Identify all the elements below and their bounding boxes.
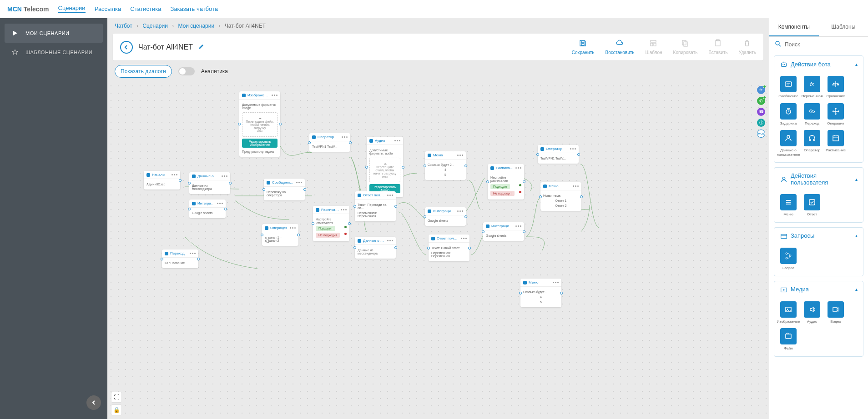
svg-marker-1 <box>12 50 18 55</box>
menu-option[interactable]: 4 <box>523 294 559 299</box>
node-start[interactable]: Начало Админ/Юзер <box>144 171 180 190</box>
component-image[interactable]: Изображение <box>779 301 798 324</box>
component-label: Сравнение <box>826 94 845 99</box>
node-goto[interactable]: Переход ID / Название <box>162 249 198 268</box>
nav-scenarios[interactable]: Сценарии <box>58 5 86 13</box>
node-menu[interactable]: Меню Сколько будет 2... 4 5 <box>425 151 466 180</box>
component-calendar[interactable]: Расписание <box>826 130 845 157</box>
component-list: Действия бота▴СообщениеfxПеременнаяСравн… <box>769 52 868 419</box>
component-headset[interactable]: Оператор <box>802 130 822 157</box>
collapse-sidebar-button[interactable] <box>86 395 101 410</box>
sidebar-item-template-scenarios[interactable]: ШАБЛОННЫЕ СЦЕНАРИИ <box>5 43 103 62</box>
flow-canvas[interactable]: Изображение Допустимые форматы: Image ☁ … <box>107 82 769 419</box>
upload-area[interactable]: ☁ Перетащите файл, чтобы начать загрузку… <box>369 158 400 182</box>
component-link[interactable]: Переход <box>802 103 822 126</box>
node-audio[interactable]: Аудио Допустимые форматы: audio ☁ Перета… <box>367 137 403 197</box>
component-label: Расписание <box>826 148 846 153</box>
info-status-icon[interactable]: ⓘ <box>757 119 765 127</box>
lock-button[interactable]: 🔒 <box>111 404 122 415</box>
component-answer[interactable]: Ответ <box>802 194 822 217</box>
group-header[interactable]: Медиа▴ <box>774 281 863 298</box>
node-answer[interactable]: Ответ пользова... Текст: Переведи на оп.… <box>355 191 396 221</box>
node-text: Переменная: Переменная... <box>431 250 467 259</box>
node-userdata[interactable]: Данные о пользова... Данные из мессендже… <box>189 172 230 194</box>
user-icon <box>780 175 787 183</box>
node-text: Перевожу на оператора <box>267 190 302 198</box>
menu-option[interactable]: 5 <box>428 172 463 177</box>
component-msg[interactable]: Сообщение <box>779 76 798 99</box>
nav-order-bot[interactable]: Заказать чатбота <box>171 5 218 12</box>
component-file[interactable]: Файл <box>779 328 798 351</box>
node-answer2[interactable]: Ответ пользова... Текст: Новый ответ Пер… <box>429 234 469 261</box>
component-scale[interactable]: Сравнение <box>826 76 845 99</box>
component-audio[interactable]: Аудио <box>802 301 822 324</box>
nav-mailing[interactable]: Рассылка <box>95 5 121 12</box>
nav-stats[interactable]: Статистика <box>130 5 161 12</box>
breadcrumb-scenarios[interactable]: Сценарии <box>142 23 167 29</box>
viber-status-icon[interactable]: ☎ <box>757 108 765 116</box>
group-items: Запрос <box>774 244 863 276</box>
show-dialogs-button[interactable]: Показать диалоги <box>115 65 172 78</box>
component-label: Файл <box>784 346 793 351</box>
search-input[interactable] <box>785 41 863 48</box>
node-integration2[interactable]: Интеграция с G... Google sheets <box>425 207 466 226</box>
menu-option[interactable]: Ответ 1 <box>543 198 579 203</box>
msg-icon <box>780 76 797 92</box>
component-label: Аудио <box>807 319 818 324</box>
group-header[interactable]: Действия пользователя▴ <box>774 168 863 190</box>
menu-option[interactable]: 5 <box>523 299 559 304</box>
node-title: Меню <box>529 280 551 284</box>
node-userdata2[interactable]: Данные о пользова... Данные из мессендже… <box>355 237 396 259</box>
node-schedule2[interactable]: Расписание Настройте расписание Подходит… <box>488 164 524 200</box>
svg-rect-4 <box>654 43 656 46</box>
breadcrumb-chatbot[interactable]: Чатбот <box>115 23 132 29</box>
group-header[interactable]: Запросы▴ <box>774 228 863 244</box>
analytics-label: Аналитика <box>201 68 228 75</box>
component-group: Действия бота▴СообщениеfxПеременнаяСравн… <box>774 55 863 163</box>
node-menu2[interactable]: Меню Новая тема Ответ 1 Ответ 2 <box>540 182 581 211</box>
restore-button[interactable]: Восстановить <box>605 39 634 55</box>
component-userdata[interactable]: Данные о пользователе <box>779 130 798 157</box>
node-image[interactable]: Изображение Допустимые форматы: Image ☁ … <box>239 91 280 157</box>
back-button[interactable] <box>120 41 133 54</box>
component-move[interactable]: Операция <box>826 103 845 126</box>
edit-title-button[interactable] <box>198 43 205 51</box>
node-text: Текст: Переведи на оп... <box>358 202 393 210</box>
group-header[interactable]: Действия бота▴ <box>774 56 863 72</box>
analytics-toggle[interactable] <box>178 67 195 75</box>
menu-option[interactable]: 4 <box>428 167 463 172</box>
whatsapp-status-icon[interactable]: ✆ <box>757 97 765 105</box>
mcn-status-icon[interactable]: MCN <box>757 130 765 138</box>
node-message-bot[interactable]: Сообщение бот... Перевожу на оператора <box>264 179 305 200</box>
breadcrumb: Чатбот › Сценарии › Мои сценарии › Чат-б… <box>107 18 769 34</box>
component-video[interactable]: Видео <box>826 301 845 324</box>
node-text: Перетащите файл, чтобы начать загрузку <box>244 120 275 130</box>
sidebar-item-my-scenarios[interactable]: МОИ СЦЕНАРИИ <box>5 24 103 43</box>
node-operator[interactable]: Оператор TestVPN1 TestV... <box>309 133 350 152</box>
node-text: TestVPN1 TestV... <box>312 144 348 149</box>
node-button[interactable]: Редактировать Изображение <box>242 139 278 148</box>
upload-area[interactable]: ☁ Перетащите файл, чтобы начать загрузку… <box>242 112 278 137</box>
node-operation[interactable]: Операция a_param1 = a_param2 <box>262 224 298 246</box>
node-integration3[interactable]: Интеграция с G... Google sheets <box>483 222 524 241</box>
left-sidebar: МОИ СЦЕНАРИИ ШАБЛОННЫЕ СЦЕНАРИИ <box>0 18 107 419</box>
fullscreen-button[interactable]: ⛶ <box>111 392 122 403</box>
node-text: Текст: Новый ответ <box>431 245 467 250</box>
breadcrumb-my-scenarios[interactable]: Мои сценарии <box>178 23 215 29</box>
component-timer[interactable]: Задержка <box>779 103 798 126</box>
component-menu[interactable]: Меню <box>779 194 798 217</box>
node-operator2[interactable]: Оператор TestVPN1 TestV... <box>538 145 579 164</box>
component-fx[interactable]: fxПеременная <box>802 76 822 99</box>
telegram-status-icon[interactable]: ✈ <box>757 86 765 94</box>
node-menu3[interactable]: Меню Сколько будет... 4 5 <box>520 279 561 307</box>
component-branch[interactable]: Запрос <box>779 248 798 270</box>
node-schedule[interactable]: Расписание Настройте расписание Подходит… <box>313 206 349 241</box>
node-integration[interactable]: Интеграция с G... Google sheets <box>189 200 226 218</box>
svg-marker-0 <box>13 31 17 35</box>
toolbar-label: Восстановить <box>605 50 634 55</box>
node-title: Изображение <box>247 93 270 97</box>
save-button[interactable]: Сохранить <box>572 39 595 55</box>
tab-templates[interactable]: Шаблоны <box>819 18 868 36</box>
tab-components[interactable]: Компоненты <box>769 18 819 36</box>
menu-option[interactable]: Ответ 2 <box>543 203 579 208</box>
